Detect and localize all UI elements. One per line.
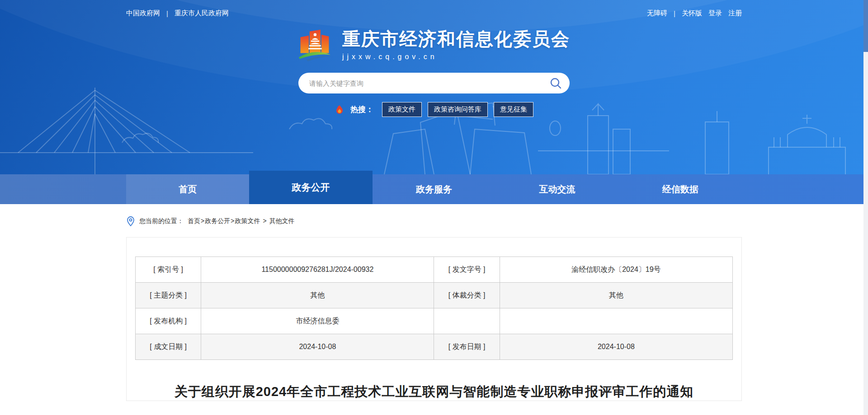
topbar-divider: |: [166, 9, 168, 17]
hot-link-policy-qa[interactable]: 政策咨询问答库: [428, 102, 488, 117]
site-header: 中国政府网 | 重庆市人民政府网 无障碍 | 关怀版 登录 注册: [0, 0, 868, 174]
top-link-bar: 中国政府网 | 重庆市人民政府网 无障碍 | 关怀版 登录 注册: [126, 0, 742, 18]
table-row: [ 索引号 ] 11500000009276281J/2024-00932 [ …: [136, 257, 733, 283]
link-care-version[interactable]: 关怀版: [682, 9, 702, 18]
meta-value-empty: [500, 308, 732, 334]
meta-value-issuing-agency: 市经济信息委: [201, 308, 434, 334]
flame-icon: [335, 104, 344, 115]
nav-tab-interaction[interactable]: 互动交流: [495, 174, 618, 204]
scrollbar-thumb[interactable]: [863, 0, 868, 52]
meta-value-written-date: 2024-10-08: [201, 334, 434, 360]
hot-search-row: 热搜： 政策文件 政策咨询问答库 意见征集: [126, 102, 742, 117]
search-bar: [298, 73, 570, 93]
hot-search-label: 热搜：: [350, 104, 373, 115]
nav-tab-gov-disclosure[interactable]: 政务公开: [249, 171, 372, 204]
document-meta-table: [ 索引号 ] 11500000009276281J/2024-00932 [ …: [135, 256, 733, 360]
site-title: 重庆市经济和信息化委员会: [342, 29, 570, 49]
link-accessibility[interactable]: 无障碍: [647, 9, 667, 18]
link-chongqing-gov[interactable]: 重庆市人民政府网: [175, 9, 229, 18]
hot-link-opinion-collection[interactable]: 意见征集: [494, 102, 533, 117]
nav-tab-gov-services[interactable]: 政务服务: [373, 174, 495, 204]
meta-value-genre-category: 其他: [500, 283, 732, 308]
link-register[interactable]: 注册: [728, 9, 742, 18]
meta-label-written-date: [ 成文日期 ]: [136, 334, 201, 360]
breadcrumb-prefix: 您当前的位置：: [139, 217, 184, 225]
link-login[interactable]: 登录: [708, 9, 722, 18]
table-row: [ 成文日期 ] 2024-10-08 [ 发布日期 ] 2024-10-08: [136, 334, 733, 360]
breadcrumb-other-files[interactable]: 其他文件: [269, 217, 295, 224]
table-row: [ 主题分类 ] 其他 [ 体裁分类 ] 其他: [136, 283, 733, 308]
document-card: [ 索引号 ] 11500000009276281J/2024-00932 [ …: [126, 237, 742, 401]
table-row: [ 发布机构 ] 市经济信息委: [136, 308, 733, 334]
site-brand: 重庆市经济和信息化委员会 jjxxw.cq.gov.cn: [126, 27, 742, 63]
nav-tab-home[interactable]: 首页: [126, 174, 249, 204]
article-title: 关于组织开展2024年全市工程技术工业互联网与智能制造专业职称申报评审工作的通知: [135, 383, 733, 401]
meta-value-index-number: 11500000009276281J/2024-00932: [201, 257, 434, 283]
meta-label-index-number: [ 索引号 ]: [136, 257, 201, 283]
meta-label-publish-date: [ 发布日期 ]: [434, 334, 500, 360]
breadcrumb-separator: >: [263, 217, 266, 224]
gov-logo-icon: [298, 27, 331, 63]
hot-link-policy-files[interactable]: 政策文件: [382, 102, 422, 117]
location-pin-icon: [126, 216, 135, 227]
nav-tab-industry-data[interactable]: 经信数据: [619, 174, 742, 204]
scrollbar-track[interactable]: [863, 0, 868, 415]
meta-label-empty: [434, 308, 500, 334]
topbar-divider: |: [674, 9, 675, 17]
search-icon[interactable]: [550, 77, 561, 89]
meta-value-topic-category: 其他: [201, 283, 434, 308]
site-url: jjxxw.cq.gov.cn: [342, 53, 570, 61]
meta-label-topic-category: [ 主题分类 ]: [136, 283, 201, 308]
breadcrumb-policy-files[interactable]: 政策文件: [235, 217, 260, 224]
breadcrumb-separator: >: [231, 217, 234, 224]
meta-value-doc-number: 渝经信职改办〔2024〕19号: [500, 257, 732, 283]
link-china-gov[interactable]: 中国政府网: [126, 9, 160, 18]
meta-label-doc-number: [ 发文字号 ]: [434, 257, 500, 283]
main-nav: 首页 政务公开 政务服务 互动交流 经信数据: [0, 174, 868, 204]
meta-value-publish-date: 2024-10-08: [500, 334, 732, 360]
breadcrumb-gov-disclosure[interactable]: 政务公开: [205, 217, 230, 224]
meta-label-genre-category: [ 体裁分类 ]: [434, 283, 500, 308]
breadcrumb-separator: >: [201, 217, 204, 224]
breadcrumb-home[interactable]: 首页: [188, 217, 200, 224]
search-input[interactable]: [309, 79, 550, 87]
breadcrumb: 您当前的位置： 首页>政务公开>政策文件>其他文件: [126, 216, 742, 227]
meta-label-issuing-agency: [ 发布机构 ]: [136, 308, 201, 334]
